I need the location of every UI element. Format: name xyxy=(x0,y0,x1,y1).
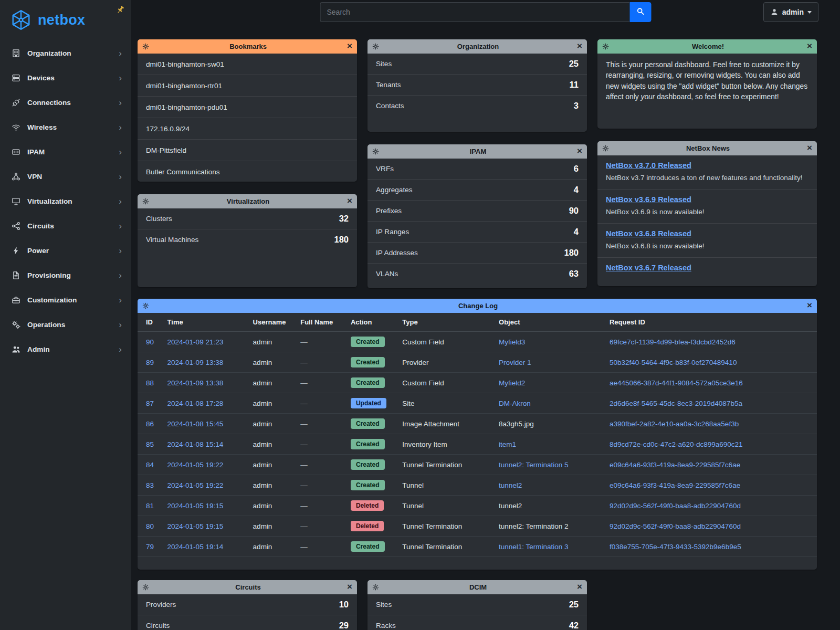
sidebar-item[interactable]: Power › xyxy=(0,238,131,263)
stat-count[interactable]: 180 xyxy=(334,235,349,245)
stat-count[interactable]: 63 xyxy=(569,269,579,279)
changelog-object-link[interactable]: item1 xyxy=(499,440,516,448)
stat-count[interactable]: 180 xyxy=(564,248,579,258)
widget-config-icon[interactable] xyxy=(372,148,379,155)
changelog-object-link[interactable]: tunnel2 xyxy=(499,481,522,489)
changelog-time-link[interactable]: 2024-01-05 19:14 xyxy=(167,543,224,551)
widget-config-icon[interactable] xyxy=(142,302,149,309)
stat-count[interactable]: 90 xyxy=(569,206,579,216)
changelog-request-id-link[interactable]: 69fce7cf-1139-4d99-bfea-f3dcbd2452d6 xyxy=(610,338,736,346)
changelog-request-id-link[interactable]: 8d9cd72e-cd0c-47c2-a620-dc899a690c21 xyxy=(610,440,743,448)
changelog-time-link[interactable]: 2024-01-09 13:38 xyxy=(167,379,224,387)
changelog-request-id-link[interactable]: e09c64a6-93f3-419a-8ea9-229585f7c6ae xyxy=(610,481,740,489)
stat-count[interactable]: 32 xyxy=(339,214,349,224)
sidebar-item[interactable]: Provisioning › xyxy=(0,263,131,288)
bookmark-link[interactable]: 172.16.0.9/24 xyxy=(146,125,190,133)
widget-config-icon[interactable] xyxy=(142,584,149,591)
bookmark-link[interactable]: DM-Pittsfield xyxy=(146,146,186,154)
widget-config-icon[interactable] xyxy=(602,43,609,50)
stat-count[interactable]: 4 xyxy=(574,185,579,195)
changelog-time-link[interactable]: 2024-01-08 17:28 xyxy=(167,400,224,407)
news-link[interactable]: NetBox v3.6.9 Released xyxy=(606,195,691,204)
sidebar-item[interactable]: Devices › xyxy=(0,66,131,90)
widget-close-icon[interactable]: × xyxy=(347,196,352,206)
sidebar-item[interactable]: Operations › xyxy=(0,312,131,337)
changelog-time-link[interactable]: 2024-01-05 19:15 xyxy=(167,522,224,530)
bookmark-link[interactable]: dmi01-binghamton-sw01 xyxy=(146,60,224,68)
changelog-id-link[interactable]: 88 xyxy=(146,379,154,387)
bookmark-link[interactable]: Butler Communications xyxy=(146,168,220,176)
changelog-id-link[interactable]: 79 xyxy=(146,543,154,551)
changelog-id-link[interactable]: 86 xyxy=(146,420,154,428)
changelog-time-link[interactable]: 2024-01-05 19:15 xyxy=(167,502,224,510)
changelog-id-link[interactable]: 89 xyxy=(146,359,154,366)
changelog-object-link[interactable]: tunnel1: Termination 3 xyxy=(499,543,569,551)
changelog-request-id-link[interactable]: e09c64a6-93f3-419a-8ea9-229585f7c6ae xyxy=(610,461,740,469)
changelog-request-id-link[interactable]: ae445066-387d-44f1-9084-572a05ce3e16 xyxy=(610,379,743,387)
changelog-id-link[interactable]: 81 xyxy=(146,502,154,510)
stat-count[interactable]: 3 xyxy=(574,101,579,111)
stat-count[interactable]: 11 xyxy=(570,80,579,90)
bookmark-link[interactable]: dmi01-binghamton-pdu01 xyxy=(146,103,227,111)
search-input[interactable] xyxy=(320,2,630,22)
widget-config-icon[interactable] xyxy=(142,43,149,50)
changelog-request-id-link[interactable]: a390fbef-2a82-4e10-aa0a-3c268aa5ef3b xyxy=(610,420,739,428)
widget-config-icon[interactable] xyxy=(372,43,379,50)
stat-count[interactable]: 25 xyxy=(569,59,579,69)
widget-close-icon[interactable]: × xyxy=(807,41,812,51)
changelog-request-id-link[interactable]: 50b32f40-5464-4f9c-b83f-0ef270489410 xyxy=(610,359,737,366)
changelog-time-link[interactable]: 2024-01-08 15:45 xyxy=(167,420,224,428)
widget-close-icon[interactable]: × xyxy=(577,146,582,156)
news-link[interactable]: NetBox v3.6.7 Released xyxy=(606,264,691,272)
changelog-object-link[interactable]: DM-Akron xyxy=(499,400,531,407)
widget-close-icon[interactable]: × xyxy=(807,143,812,153)
stat-count[interactable]: 10 xyxy=(339,600,349,610)
bookmark-link[interactable]: dmi01-binghamton-rtr01 xyxy=(146,82,222,90)
stat-count[interactable]: 29 xyxy=(339,621,349,630)
sidebar-item[interactable]: IPAM › xyxy=(0,140,131,164)
widget-config-icon[interactable] xyxy=(602,145,609,152)
widget-close-icon[interactable]: × xyxy=(577,41,582,51)
stat-count[interactable]: 42 xyxy=(569,621,579,630)
widget-close-icon[interactable]: × xyxy=(347,41,352,51)
changelog-id-link[interactable]: 83 xyxy=(146,481,154,489)
changelog-request-id-link[interactable]: f038e755-705e-47f3-9433-5392b9e6b9e5 xyxy=(610,543,741,551)
sidebar-item[interactable]: Connections › xyxy=(0,90,131,115)
changelog-time-link[interactable]: 2024-01-09 21:23 xyxy=(167,338,224,346)
changelog-object-link[interactable]: 8a3gh5.jpg xyxy=(499,420,534,428)
search-button[interactable] xyxy=(630,2,652,22)
widget-close-icon[interactable]: × xyxy=(807,301,812,311)
changelog-id-link[interactable]: 84 xyxy=(146,461,154,469)
sidebar-item[interactable]: Wireless › xyxy=(0,115,131,140)
changelog-id-link[interactable]: 85 xyxy=(146,440,154,448)
changelog-object-link[interactable]: Myfield2 xyxy=(499,379,525,387)
changelog-request-id-link[interactable]: 2d6d6e8f-5465-45dc-8ec3-2019d4087b5a xyxy=(610,400,742,407)
changelog-request-id-link[interactable]: 92d02d9c-562f-49f0-baa8-adb22904760d xyxy=(610,502,741,510)
changelog-id-link[interactable]: 80 xyxy=(146,522,154,530)
news-link[interactable]: NetBox v3.6.8 Released xyxy=(606,229,691,238)
widget-close-icon[interactable]: × xyxy=(577,582,582,592)
sidebar-item[interactable]: Organization › xyxy=(0,41,131,66)
changelog-object-link[interactable]: tunnel2: Termination 5 xyxy=(499,461,569,469)
news-link[interactable]: NetBox v3.7.0 Released xyxy=(606,161,691,170)
sidebar-item[interactable]: Virtualization › xyxy=(0,189,131,214)
changelog-time-link[interactable]: 2024-01-09 13:38 xyxy=(167,359,224,366)
changelog-time-link[interactable]: 2024-01-05 19:22 xyxy=(167,481,224,489)
pin-icon[interactable] xyxy=(116,5,125,15)
sidebar-item[interactable]: Admin › xyxy=(0,337,131,362)
stat-count[interactable]: 6 xyxy=(574,164,579,174)
stat-count[interactable]: 4 xyxy=(574,227,579,237)
changelog-object-link[interactable]: tunnel2 xyxy=(499,502,522,510)
widget-close-icon[interactable]: × xyxy=(347,582,352,592)
widget-config-icon[interactable] xyxy=(372,584,379,591)
changelog-id-link[interactable]: 90 xyxy=(146,338,154,346)
user-menu-button[interactable]: admin xyxy=(763,2,818,22)
changelog-object-link[interactable]: Myfield3 xyxy=(499,338,525,346)
widget-config-icon[interactable] xyxy=(142,198,149,205)
changelog-id-link[interactable]: 87 xyxy=(146,400,154,407)
sidebar-item[interactable]: Customization › xyxy=(0,288,131,312)
changelog-time-link[interactable]: 2024-01-05 19:22 xyxy=(167,461,224,469)
sidebar-item[interactable]: VPN › xyxy=(0,164,131,189)
changelog-object-link[interactable]: tunnel2: Termination 2 xyxy=(499,522,569,530)
changelog-object-link[interactable]: Provider 1 xyxy=(499,359,531,366)
